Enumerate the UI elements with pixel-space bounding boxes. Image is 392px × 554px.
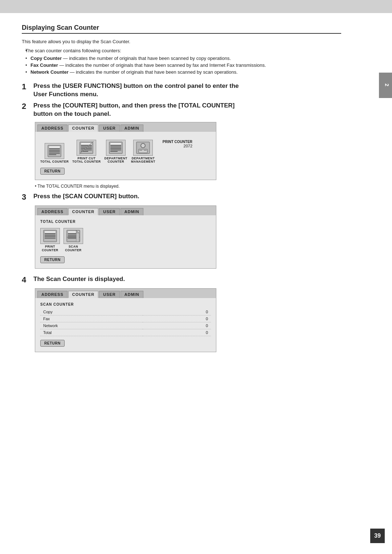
svg-rect-9 — [81, 145, 92, 146]
top-bar — [0, 0, 392, 13]
scan-counter-icon-item[interactable]: SCANCOUNTER — [64, 228, 83, 252]
row-total-label: Total — [40, 329, 143, 336]
right-tab: 2 — [379, 73, 392, 98]
table-row: Copy 0 — [40, 309, 211, 315]
step-2: 2 Press the [COUNTER] button, and then p… — [22, 102, 341, 118]
tab-counter-2[interactable]: COUNTER — [68, 208, 98, 215]
svg-rect-20 — [110, 150, 121, 150]
step-4: 4 The Scan Counter is displayed. — [22, 275, 341, 285]
section-title: Displaying Scan Counter — [22, 24, 341, 34]
svg-rect-2 — [49, 148, 60, 149]
svg-point-23 — [141, 143, 145, 148]
dept-management-label: DEPARTMENTMANAGEMENT — [131, 157, 155, 164]
tab-address-1[interactable]: ADDRESS — [37, 125, 68, 132]
panel2-section-label: TOTAL COUNTER — [40, 220, 211, 224]
scan-counter-icon[interactable] — [64, 228, 83, 244]
tab-address-2[interactable]: ADDRESS — [37, 208, 68, 215]
row-total-value: 0 — [143, 329, 211, 336]
table-row: Network 0 — [40, 322, 211, 329]
tab-admin-3[interactable]: ADMIN — [121, 291, 143, 298]
svg-rect-4 — [49, 151, 60, 152]
tab-user-3[interactable]: USER — [99, 291, 120, 298]
print-counter-icon-item[interactable]: PRINTCOUNTER — [40, 228, 60, 252]
svg-rect-6 — [49, 154, 56, 155]
step-2-text: Press the [COUNTER] button, and then pre… — [33, 102, 234, 118]
total-counter-label: TOTAL COUNTER — [40, 160, 69, 163]
bullet-fax: Fax Counter — indicates the number of or… — [25, 62, 341, 68]
print-cut-icon-item[interactable]: PRINT CUTTOTAL COUNTER — [72, 140, 101, 164]
svg-rect-11 — [81, 148, 92, 149]
tab-user-1[interactable]: USER — [99, 125, 120, 132]
row-fax-label: Fax — [40, 315, 143, 322]
step-1-text: Press the [USER FUNCTIONS] button on the… — [33, 82, 239, 99]
total-counter-icon-item[interactable]: TOTAL COUNTER — [40, 143, 69, 163]
svg-rect-1 — [49, 146, 60, 148]
dept-management-icon-item[interactable]: DEPARTMENTMANAGEMENT — [131, 140, 155, 164]
print-counter-icon[interactable] — [40, 228, 60, 244]
svg-rect-3 — [49, 150, 60, 151]
tab-counter-3[interactable]: COUNTER — [68, 291, 98, 298]
table-row: Total 0 — [40, 329, 211, 336]
print-counter-icon-label: PRINTCOUNTER — [42, 245, 58, 252]
tab-bar-3: ADDRESS COUNTER USER ADMIN — [35, 289, 216, 298]
step-4-text: The Scan Counter is displayed. — [33, 275, 125, 284]
svg-rect-29 — [45, 233, 56, 234]
svg-rect-12 — [81, 150, 92, 150]
ui-panel-1: ADDRESS COUNTER USER ADMIN — [35, 122, 216, 180]
row-network-value: 0 — [143, 322, 211, 329]
step-3-text: Press the [SCAN COUNTER] button. — [33, 192, 139, 201]
row-network-label: Network — [40, 322, 143, 329]
tab-counter-1[interactable]: COUNTER — [68, 125, 98, 132]
svg-rect-25 — [139, 150, 142, 151]
step-2-num: 2 — [22, 102, 30, 111]
ui-panel-3: ADDRESS COUNTER USER ADMIN SCAN COUNTER … — [35, 288, 216, 352]
scan-counter-table: Copy 0 Fax 0 Network 0 Total 0 — [40, 309, 211, 336]
tab-bar-2: ADDRESS COUNTER USER ADMIN — [35, 206, 216, 215]
note-1: The TOTAL COUNTER menu is displayed. — [35, 184, 341, 189]
table-row: Fax 0 — [40, 315, 211, 322]
tab-admin-1[interactable]: ADMIN — [121, 125, 143, 132]
print-cut-icon[interactable] — [77, 140, 96, 156]
tab-user-2[interactable]: USER — [99, 208, 120, 215]
icon-grid-1: TOTAL COUNTER — [40, 140, 155, 164]
icon-grid-2: PRINTCOUNTER — [40, 228, 211, 252]
svg-rect-32 — [45, 238, 56, 239]
step-4-num: 4 — [22, 275, 30, 285]
row-copy-label: Copy — [40, 309, 143, 315]
svg-rect-18 — [110, 147, 121, 147]
print-counter-value: 2072 — [163, 144, 192, 148]
svg-rect-5 — [49, 153, 60, 154]
step-1-num: 1 — [22, 82, 30, 91]
return-btn-1[interactable]: RETURN — [40, 168, 65, 175]
svg-rect-30 — [45, 235, 56, 236]
svg-rect-26 — [144, 150, 147, 151]
panel3-section-label: SCAN COUNTER — [40, 302, 211, 306]
step-3: 3 Press the [SCAN COUNTER] button. — [22, 192, 341, 202]
return-btn-3[interactable]: RETURN — [40, 340, 65, 347]
department-counter-icon-item[interactable]: DEPARTMENTCOUNTER — [105, 140, 127, 164]
return-btn-2[interactable]: RETURN — [40, 256, 65, 263]
svg-rect-17 — [110, 145, 121, 146]
svg-rect-21 — [110, 151, 118, 152]
tab-address-3[interactable]: ADDRESS — [37, 291, 68, 298]
department-counter-label: DEPARTMENTCOUNTER — [105, 157, 127, 164]
ui-panel-2: ADDRESS COUNTER USER ADMIN TOTAL COUNTER — [35, 205, 216, 269]
row-fax-value: 0 — [143, 315, 211, 322]
bullet-network: Network Counter — indicates the number o… — [25, 69, 341, 75]
page-number: 39 — [370, 529, 385, 543]
svg-rect-10 — [81, 147, 92, 147]
svg-rect-16 — [110, 143, 121, 144]
dept-management-icon[interactable] — [133, 140, 153, 156]
svg-rect-19 — [110, 148, 121, 149]
svg-rect-28 — [45, 231, 56, 233]
total-counter-icon[interactable] — [45, 143, 64, 159]
step-3-num: 3 — [22, 192, 30, 202]
tab-bar-1: ADDRESS COUNTER USER ADMIN — [35, 122, 216, 132]
row-copy-value: 0 — [143, 309, 211, 315]
department-counter-icon[interactable] — [106, 140, 126, 156]
bullet-intro: The scan counter contains following coun… — [25, 48, 341, 53]
print-cut-label: PRINT CUTTOTAL COUNTER — [72, 157, 101, 164]
print-counter-label: PRINT COUNTER — [163, 140, 192, 144]
tab-admin-2[interactable]: ADMIN — [121, 208, 143, 215]
svg-rect-31 — [45, 236, 56, 237]
